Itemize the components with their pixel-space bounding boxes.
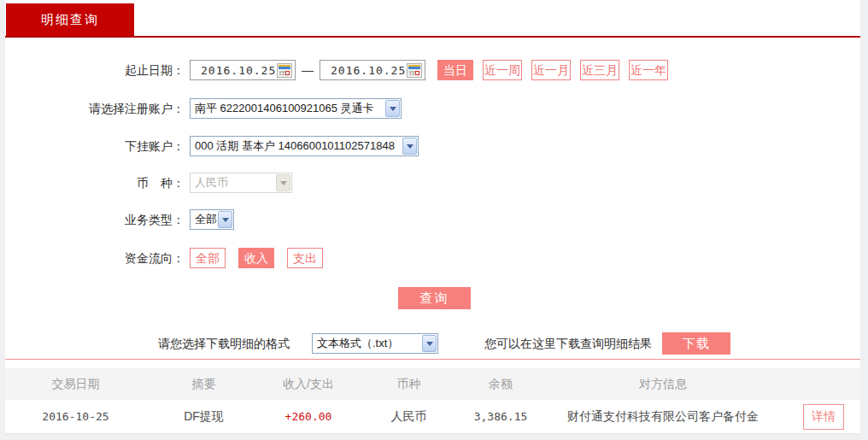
sub-account-select[interactable]: 000 活期 基本户 1406600101102571848 bbox=[190, 136, 419, 156]
table-row: 2016-10-25 DF提现 +260.00 人民币 3,386.15 财付通… bbox=[5, 400, 860, 434]
range-year-button[interactable]: 近一年 bbox=[629, 60, 668, 80]
registered-account-select[interactable]: 南平 6222001406100921065 灵通卡 bbox=[190, 98, 402, 119]
table-header-row: 交易日期 摘要 收入/支出 币种 余额 对方信息 bbox=[5, 368, 860, 400]
chevron-down-icon bbox=[276, 174, 290, 191]
detail-query-page: 明细查询 起止日期： 2016.10.25 — 2016.10.25 当日 近一… bbox=[0, 0, 868, 440]
flow-expense-button[interactable]: 支出 bbox=[287, 248, 323, 268]
chevron-down-icon bbox=[422, 335, 437, 352]
download-row: 请您选择下载明细的格式 文本格式（.txt） 您可以在这里下载查询明细结果 下载 bbox=[5, 332, 860, 355]
header-trade-date: 交易日期 bbox=[5, 377, 146, 392]
date-range-label: 起止日期： bbox=[5, 59, 185, 81]
currency-row: 币 种： 人民币 bbox=[5, 172, 860, 194]
calendar-icon[interactable] bbox=[277, 63, 292, 78]
header-income-expense: 收入/支出 bbox=[261, 377, 355, 392]
date-range-separator: — bbox=[302, 63, 314, 77]
date-to-input[interactable]: 2016.10.25 bbox=[320, 60, 425, 80]
business-type-value: 全部 bbox=[195, 212, 217, 227]
download-format-label: 请您选择下载明细的格式 bbox=[158, 332, 290, 355]
chevron-down-icon bbox=[385, 100, 400, 117]
date-from-value: 2016.10.25 bbox=[201, 64, 276, 77]
download-format-select[interactable]: 文本格式（.txt） bbox=[312, 333, 438, 354]
cell-counterparty: 财付通支付科技有限公司客户备付金 bbox=[539, 409, 787, 425]
business-type-row: 业务类型： 全部 bbox=[5, 208, 860, 231]
range-today-button[interactable]: 当日 bbox=[437, 60, 473, 80]
chevron-down-icon bbox=[218, 211, 232, 228]
cell-balance: 3,386.15 bbox=[462, 410, 539, 423]
range-week-button[interactable]: 近一周 bbox=[483, 60, 522, 80]
date-range-row: 起止日期： 2016.10.25 — 2016.10.25 当日 近一周 近一月… bbox=[5, 59, 860, 81]
query-button[interactable]: 查询 bbox=[398, 287, 471, 309]
flow-all-button[interactable]: 全部 bbox=[190, 248, 226, 268]
registered-account-value: 南平 6222001406100921065 灵通卡 bbox=[195, 101, 374, 116]
fund-flow-label: 资金流向： bbox=[5, 247, 185, 269]
header-counterparty: 对方信息 bbox=[539, 377, 787, 392]
sub-account-value: 000 活期 基本户 1406600101102571848 bbox=[195, 138, 395, 154]
fund-flow-row: 资金流向： 全部 收入 支出 bbox=[5, 247, 860, 269]
cell-amount: +260.00 bbox=[261, 410, 355, 423]
detail-button[interactable]: 详情 bbox=[803, 404, 844, 430]
business-type-select[interactable]: 全部 bbox=[190, 209, 234, 230]
download-button[interactable]: 下载 bbox=[662, 332, 730, 355]
registered-account-row: 请选择注册账户： 南平 6222001406100921065 灵通卡 bbox=[5, 97, 860, 120]
currency-value: 人民币 bbox=[195, 175, 228, 191]
chevron-down-icon bbox=[402, 138, 417, 155]
date-to-value: 2016.10.25 bbox=[331, 64, 406, 77]
header-summary: 摘要 bbox=[146, 377, 261, 392]
currency-label: 币 种： bbox=[5, 172, 185, 194]
cell-currency: 人民币 bbox=[355, 409, 462, 425]
registered-account-label: 请选择注册账户： bbox=[5, 97, 185, 120]
header-currency: 币种 bbox=[355, 377, 462, 392]
range-quarter-button[interactable]: 近三月 bbox=[580, 60, 619, 80]
sub-account-label: 下挂账户： bbox=[5, 135, 185, 157]
calendar-icon[interactable] bbox=[407, 63, 422, 78]
currency-select: 人民币 bbox=[190, 173, 292, 193]
flow-income-button[interactable]: 收入 bbox=[238, 248, 274, 268]
sub-account-row: 下挂账户： 000 活期 基本户 1406600101102571848 bbox=[5, 135, 860, 157]
results-divider bbox=[5, 359, 860, 360]
tab-underline bbox=[5, 36, 860, 38]
download-hint: 您可以在这里下载查询明细结果 bbox=[484, 332, 652, 355]
header-balance: 余额 bbox=[462, 377, 539, 392]
cell-trade-date: 2016-10-25 bbox=[5, 410, 146, 423]
bottom-strip bbox=[0, 434, 868, 440]
main-panel: 明细查询 起止日期： 2016.10.25 — 2016.10.25 当日 近一… bbox=[5, 0, 860, 440]
tab-detail-query[interactable]: 明细查询 bbox=[6, 3, 134, 36]
date-from-input[interactable]: 2016.10.25 bbox=[190, 60, 296, 80]
business-type-label: 业务类型： bbox=[5, 208, 185, 231]
cell-summary: DF提现 bbox=[146, 409, 261, 425]
download-format-value: 文本格式（.txt） bbox=[317, 336, 398, 351]
range-month-button[interactable]: 近一月 bbox=[531, 60, 571, 80]
